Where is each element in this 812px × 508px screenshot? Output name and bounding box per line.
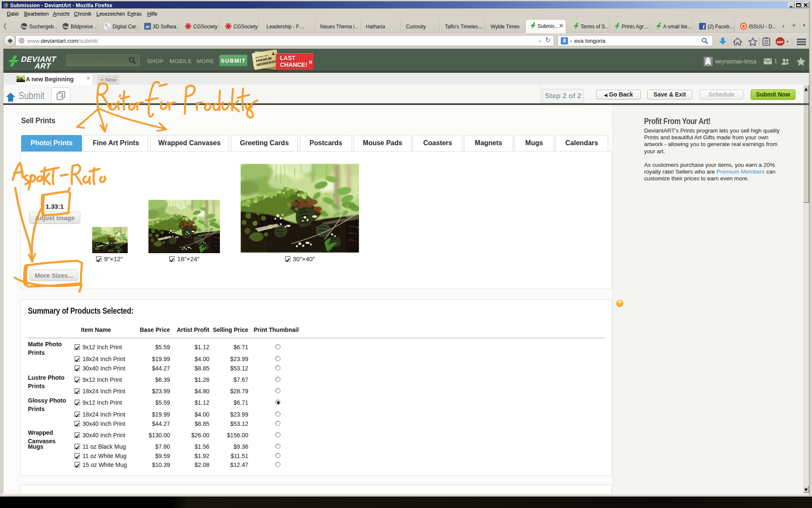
svg-text:3D: 3D (145, 25, 150, 29)
svg-text:ABP: ABP (777, 40, 784, 44)
svg-text:Aщ: Aщ (21, 25, 27, 29)
svg-text:G: G (108, 26, 110, 29)
svg-text:f: f (703, 24, 705, 30)
svg-text:Aщ: Aщ (63, 25, 69, 29)
